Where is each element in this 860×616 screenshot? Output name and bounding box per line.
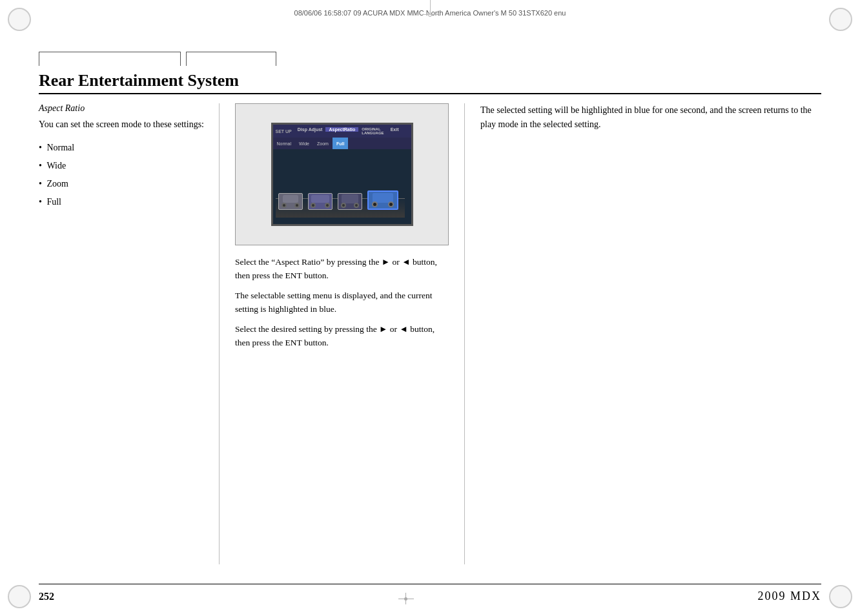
setup-label: SET UP: [273, 129, 294, 134]
left-column: Aspect Ratio You can set the screen mode…: [39, 103, 220, 564]
middle-paragraph-1: Select the “Aspect Ratio” by pressing th…: [235, 256, 449, 283]
thumb-zoom: [338, 193, 362, 210]
tv-subtab-wide: Wide: [295, 138, 313, 149]
corner-decoration-br: [829, 585, 852, 608]
middle-paragraph-3: Select the desired setting by pressing t…: [235, 323, 449, 350]
footer: 252 2009 MDX: [39, 584, 821, 603]
list-item-full: Full: [39, 193, 206, 211]
thumb-full: [367, 190, 398, 210]
list-item-wide: Wide: [39, 157, 206, 175]
settings-list: Normal Wide Zoom Full: [39, 139, 206, 211]
tv-tab-original: ORIGINALLANGUAGE: [358, 127, 387, 135]
tv-subtab-full: Full: [333, 138, 348, 149]
section-description: You can set the screen mode to these set…: [39, 118, 206, 131]
tv-menu-tabs: Disp Adjust AspectRatio ORIGINALLANGUAGE…: [294, 127, 411, 135]
list-item-zoom: Zoom: [39, 175, 206, 193]
tv-tab-aspect: AspectRatio: [325, 127, 358, 132]
corner-decoration-bl: [8, 585, 31, 608]
page-title-section: Rear Entertainment System: [39, 52, 821, 94]
tv-sub-menu: Normal Wide Zoom Full: [273, 138, 411, 149]
middle-column: SET UP Disp Adjust AspectRatio ORIGINALL…: [220, 103, 465, 564]
model-label: 2009 MDX: [757, 590, 821, 603]
section-title: Aspect Ratio: [39, 103, 206, 114]
tv-tab-disp: Disp Adjust: [294, 127, 326, 132]
tv-subtab-normal: Normal: [273, 138, 296, 149]
tv-tab-exit: Exit: [387, 127, 402, 132]
thumb-normal: [278, 193, 303, 210]
bottom-crosshair: [398, 593, 414, 601]
page-title: Rear Entertainment System: [39, 68, 821, 94]
tv-content: [273, 149, 411, 224]
car-scene: [276, 156, 405, 218]
corner-decoration-tl: [8, 8, 31, 31]
middle-paragraph-2: The selectable setting menu is displayed…: [235, 289, 449, 316]
tv-screen: SET UP Disp Adjust AspectRatio ORIGINALL…: [271, 123, 413, 226]
title-tab-left: [39, 52, 181, 66]
tv-menu-bar: SET UP Disp Adjust AspectRatio ORIGINALL…: [273, 125, 411, 138]
corner-decoration-tr: [829, 8, 852, 31]
title-tab-bar: [39, 52, 821, 66]
screen-illustration: SET UP Disp Adjust AspectRatio ORIGINALL…: [235, 103, 449, 245]
right-column: The selected setting will be highlighted…: [465, 103, 821, 564]
title-tab-right: [186, 52, 276, 66]
main-content: Aspect Ratio You can set the screen mode…: [39, 103, 821, 564]
top-crosshair: [422, 0, 438, 17]
list-item-normal: Normal: [39, 139, 206, 157]
page-number: 252: [39, 591, 54, 602]
tv-subtab-zoom: Zoom: [313, 138, 333, 149]
thumb-wide: [308, 193, 333, 210]
right-text: The selected setting will be highlighted…: [480, 103, 821, 132]
